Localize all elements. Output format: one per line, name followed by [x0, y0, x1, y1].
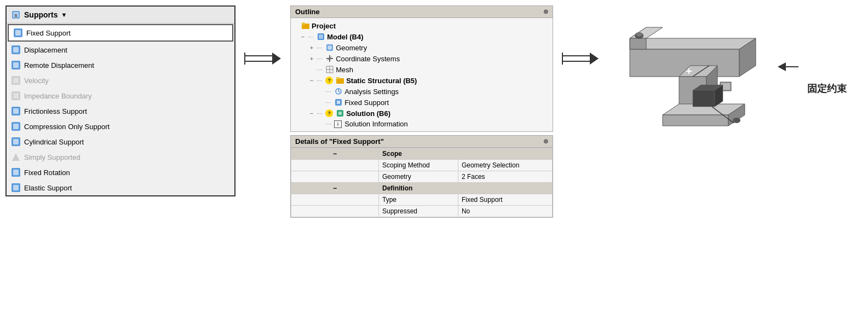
- geometry-icon: [325, 43, 334, 52]
- tree-item-project[interactable]: Project: [291, 20, 553, 31]
- menu-item-elastic-support[interactable]: Elastic Support: [7, 180, 234, 195]
- svg-rect-41: [336, 77, 340, 79]
- static-structural-label: Static Structural (B5): [346, 77, 417, 85]
- scoping-method-key: Scoping Method: [379, 160, 458, 171]
- geometry-value: 2 Faces: [458, 171, 552, 183]
- cylindrical-support-label: Cylindrical Support: [24, 138, 84, 146]
- definition-expander[interactable]: −: [291, 183, 379, 194]
- scope-expander[interactable]: −: [291, 148, 379, 160]
- svg-point-60: [636, 32, 642, 37]
- menu-item-cylindrical-support[interactable]: Cylindrical Support: [7, 134, 234, 149]
- analysis-settings-dots: ····: [325, 89, 331, 95]
- static-structural-folder-icon: [336, 76, 344, 85]
- frictionless-support-label: Frictionless Support: [24, 107, 87, 115]
- arrow-1-icon: [244, 49, 282, 68]
- remote-displacement-icon: [11, 60, 21, 70]
- displacement-label: Displacement: [24, 46, 67, 54]
- tree-item-analysis-settings[interactable]: ···· Analysis Settings: [291, 86, 553, 97]
- outline-panel-title: Outline: [295, 8, 320, 16]
- solution-info-label: Solution Information: [344, 120, 408, 128]
- solution-expander[interactable]: −: [308, 110, 315, 117]
- svg-point-71: [733, 118, 740, 123]
- solution-dots: ····: [317, 111, 323, 117]
- type-value: Fixed Support: [458, 194, 552, 206]
- scoping-method-empty: [291, 160, 379, 171]
- geometry-dots: ····: [317, 45, 323, 51]
- svg-marker-73: [693, 90, 715, 107]
- scoping-method-row: Scoping Method Geometry Selection: [291, 160, 553, 171]
- tree-item-mesh[interactable]: ···· Mesh: [291, 64, 553, 75]
- svg-rect-12: [13, 93, 19, 98]
- svg-rect-18: [13, 139, 19, 144]
- details-table: − Scope Scoping Method Geometry Selectio…: [291, 148, 553, 217]
- svg-rect-48: [338, 112, 342, 115]
- tree-item-static-structural[interactable]: − ···· ? Static Structural (B5): [291, 75, 553, 86]
- simply-supported-label: Simply Supported: [24, 153, 81, 161]
- tree-item-coordinate-systems[interactable]: + ···· Coordinate Systems: [291, 53, 553, 64]
- suppressed-empty: [291, 206, 379, 217]
- svg-rect-23: [13, 185, 19, 190]
- svg-marker-19: [12, 153, 20, 161]
- svg-marker-65: [663, 115, 728, 126]
- menu-item-compression-only-support[interactable]: Compression Only Support: [7, 119, 234, 134]
- geometry-empty: [291, 171, 379, 183]
- geometry-expander[interactable]: +: [308, 44, 315, 51]
- static-structural-expander[interactable]: −: [308, 77, 315, 84]
- compression-only-support-label: Compression Only Support: [24, 123, 110, 131]
- tree-item-geometry[interactable]: + ···· Geometry: [291, 42, 553, 53]
- menu-item-fixed-rotation[interactable]: Fixed Rotation: [7, 165, 234, 180]
- details-panel-header: Details of "Fixed Support" ⊕: [291, 136, 553, 148]
- outline-panel: Outline ⊕ Project − ···· M: [290, 5, 553, 132]
- solution-info-dots: ····: [325, 121, 331, 127]
- chinese-label-text: 固定约束: [807, 82, 847, 95]
- supports-label: Supports: [24, 10, 58, 19]
- svg-marker-26: [272, 53, 281, 65]
- suppressed-value: No: [458, 206, 552, 217]
- chinese-label-arrow-icon: [778, 61, 800, 72]
- details-panel-pin[interactable]: ⊕: [543, 138, 548, 145]
- tree-item-solution-info[interactable]: ···· i Solution Information: [291, 119, 553, 129]
- supports-header[interactable]: S Supports ▼: [7, 7, 234, 24]
- outline-panel-header: Outline ⊕: [291, 6, 553, 18]
- simply-supported-icon: [11, 152, 21, 162]
- definition-section-row: − Definition: [291, 183, 553, 194]
- menu-item-remote-displacement[interactable]: Remote Displacement: [7, 57, 234, 73]
- velocity-label: Velocity: [24, 77, 49, 85]
- svg-rect-21: [13, 170, 19, 175]
- supports-dropdown-arrow[interactable]: ▼: [61, 11, 67, 18]
- svg-marker-51: [590, 53, 599, 65]
- solution-q-badge: ?: [325, 109, 333, 117]
- outline-panel-pin[interactable]: ⊕: [543, 8, 548, 15]
- menu-item-fixed-support[interactable]: Fixed Support: [8, 24, 233, 42]
- static-structural-dots: ····: [317, 78, 323, 84]
- chinese-label-container: 固定约束: [778, 38, 847, 95]
- coord-dots: ····: [317, 56, 323, 62]
- svg-marker-57: [630, 27, 663, 38]
- geometry-key: Geometry: [379, 171, 458, 183]
- model-expander[interactable]: −: [300, 33, 306, 40]
- chinese-label-row: 固定约束: [778, 38, 847, 95]
- supports-menu-panel: S Supports ▼ Fixed Support Displacement …: [5, 5, 235, 196]
- tree-item-model-b4[interactable]: − ···· Model (B4): [291, 31, 553, 42]
- menu-item-displacement[interactable]: Displacement: [7, 42, 234, 57]
- supports-header-icon: S: [11, 10, 21, 20]
- project-label: Project: [312, 22, 336, 30]
- geometry-label: Geometry: [336, 44, 367, 52]
- outline-tree: Project − ···· Model (B4) + ····: [291, 18, 553, 131]
- fixed-rotation-label: Fixed Rotation: [24, 169, 70, 177]
- fixed-support-tree-label: Fixed Support: [344, 98, 389, 107]
- tree-item-solution-b6[interactable]: − ···· ? Solution (B6): [291, 108, 553, 119]
- mesh-icon: [325, 65, 334, 74]
- svg-rect-8: [13, 62, 19, 68]
- velocity-icon: [11, 76, 21, 85]
- solution-icon: [336, 109, 344, 118]
- svg-marker-77: [778, 62, 786, 71]
- tree-item-fixed-support-tree[interactable]: ···· Fixed Support: [291, 97, 553, 108]
- impedance-boundary-icon: [11, 91, 21, 101]
- model-cube-icon: [317, 32, 325, 41]
- svg-rect-16: [13, 124, 19, 129]
- fixed-rotation-icon: [11, 167, 21, 177]
- menu-item-frictionless-support[interactable]: Frictionless Support: [7, 103, 234, 119]
- coord-expander[interactable]: +: [308, 55, 315, 62]
- svg-rect-6: [13, 47, 19, 53]
